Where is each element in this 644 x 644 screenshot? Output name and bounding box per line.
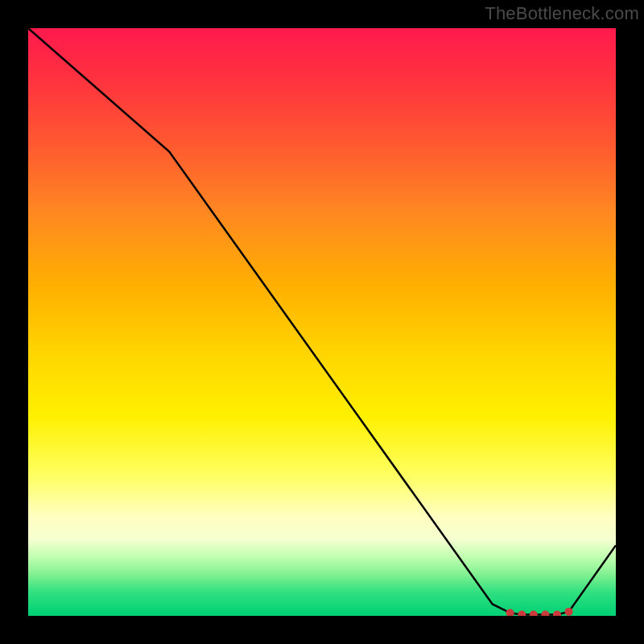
data-marker xyxy=(506,609,514,616)
data-marker xyxy=(565,608,573,616)
attribution-text: TheBottleneck.com xyxy=(485,3,639,24)
data-marker xyxy=(553,611,561,617)
series-path xyxy=(28,28,616,615)
series-markers xyxy=(506,608,573,616)
data-marker xyxy=(518,611,526,617)
line-series xyxy=(28,28,616,616)
chart-frame: TheBottleneck.com xyxy=(0,0,644,644)
plot-area xyxy=(28,28,616,616)
data-marker xyxy=(541,611,549,617)
data-marker xyxy=(530,611,538,617)
